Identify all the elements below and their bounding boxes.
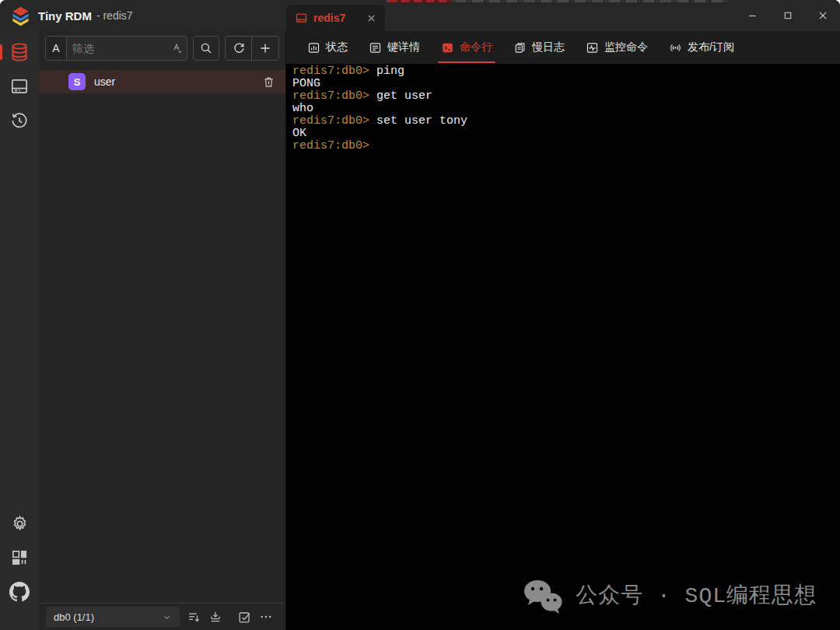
key-row-user[interactable]: S user: [39, 70, 285, 93]
cli-terminal[interactable]: redis7:db0> ping PONG redis7:db0> get us…: [286, 64, 840, 630]
search-icon: [199, 41, 213, 55]
checkbox-icon: [237, 610, 252, 625]
plus-icon: [258, 41, 272, 55]
import-keys-button[interactable]: [208, 610, 222, 624]
terminal-text: OK: [292, 127, 306, 140]
tab-pubsub[interactable]: 发布/订阅: [660, 31, 743, 64]
fuzzy-sort-icon[interactable]: [168, 37, 187, 60]
tab-status-label: 状态: [326, 40, 348, 54]
terminal-text: get user: [369, 89, 432, 103]
database-icon: [9, 42, 30, 62]
terminal-prompt: redis7:db0>: [292, 139, 369, 152]
db-selector-value: db0 (1/1): [54, 611, 94, 623]
tab-status[interactable]: 状态: [299, 31, 356, 64]
connection-tabs-bar: 状态 键详情: [286, 31, 840, 64]
import-icon: [208, 610, 222, 624]
watermark-text: 公众号 · SQL编程思想: [576, 590, 817, 603]
refresh-button[interactable]: [226, 37, 252, 60]
sidebar-item-settings[interactable]: [0, 512, 39, 535]
maximize-icon: [783, 11, 793, 20]
wechat-icon: [522, 579, 564, 614]
terminal-prompt: redis7:db0>: [292, 89, 369, 103]
history-icon: [9, 110, 30, 131]
app-window: Tiny RDM - redis7 redis7: [0, 0, 840, 630]
terminal-text: PONG: [292, 77, 320, 90]
github-icon: [9, 582, 30, 602]
terminal-text: ping: [369, 65, 404, 78]
delete-key-button[interactable]: [262, 75, 275, 89]
db-selector[interactable]: db0 (1/1): [46, 607, 180, 627]
sidebar-item-server[interactable]: [0, 75, 39, 98]
refresh-icon: [232, 41, 246, 55]
terminal-line: redis7:db0> set user tony: [292, 115, 834, 128]
titlebar: Tiny RDM - redis7 redis7: [0, 0, 840, 31]
ellipsis-icon: [259, 610, 273, 624]
terminal-line: redis7:db0>: [292, 140, 834, 152]
terminal-line: OK: [292, 128, 834, 140]
terminal-prompt: redis7:db0>: [292, 114, 369, 128]
terminal-monitor-icon: [295, 12, 308, 25]
match-case-button[interactable]: A: [46, 37, 67, 60]
tab-command-line-label: 命令行: [460, 40, 492, 54]
watermark: 公众号 · SQL编程思想: [522, 579, 817, 614]
apps-grid-icon: [10, 548, 29, 567]
tab-monitor-label: 监控命令: [604, 40, 648, 54]
tab-redis7[interactable]: redis7: [286, 5, 385, 31]
app-title: Tiny RDM: [38, 9, 92, 23]
main-area: 状态 键详情: [286, 31, 840, 630]
nav-sidebar: [0, 31, 39, 630]
add-key-button[interactable]: [252, 37, 278, 60]
close-icon[interactable]: [366, 13, 376, 23]
key-browser-panel: A: [39, 31, 286, 630]
trash-icon: [262, 75, 275, 89]
minimize-icon: [747, 11, 758, 21]
screenshot-artifact-red: [389, 0, 451, 2]
terminal-text: set user tony: [369, 114, 467, 128]
terminal-line: redis7:db0> get user: [292, 90, 834, 103]
status-icon: [307, 41, 320, 54]
filter-input[interactable]: [67, 37, 168, 60]
tab-slow-log[interactable]: 慢日志: [505, 31, 573, 64]
tab-key-detail[interactable]: 键详情: [360, 31, 429, 64]
database-toolbar: db0 (1/1): [39, 603, 285, 630]
terminal-line: redis7:db0> ping: [292, 65, 834, 78]
refresh-add-group: [225, 36, 279, 61]
tab-monitor[interactable]: 监控命令: [577, 31, 656, 64]
key-name: user: [94, 75, 115, 88]
chevron-down-icon: [162, 612, 172, 622]
key-tree: S user: [39, 65, 285, 603]
tab-command-line[interactable]: 命令行: [432, 31, 501, 64]
settings-gear-icon: [10, 514, 30, 534]
search-button[interactable]: [193, 36, 219, 61]
maximize-button[interactable]: [770, 0, 805, 31]
app-body: A: [0, 31, 840, 630]
tab-key-detail-label: 键详情: [387, 40, 420, 54]
filter-group: A: [45, 36, 187, 61]
terminal-prompt: redis7:db0>: [292, 65, 369, 78]
connection-subtitle: - redis7: [96, 9, 133, 22]
terminal-line: who: [292, 103, 834, 115]
sidebar-item-history[interactable]: [0, 109, 39, 132]
pubsub-icon: [669, 41, 682, 54]
more-actions-button[interactable]: [259, 610, 273, 624]
window-controls: [735, 0, 840, 31]
sidebar-item-github[interactable]: [0, 580, 39, 604]
close-icon: [817, 10, 828, 21]
terminal-line: PONG: [292, 78, 834, 90]
monitor-icon: [586, 41, 599, 54]
filter-toolbar: A: [39, 31, 285, 65]
sidebar-item-browser[interactable]: [0, 40, 39, 64]
terminal-text: who: [292, 102, 313, 115]
close-button[interactable]: [805, 0, 840, 31]
sidebar-bottom: [0, 512, 39, 630]
minimize-button[interactable]: [735, 0, 770, 31]
key-detail-icon: [369, 41, 382, 54]
type-badge-string: S: [68, 73, 86, 90]
sort-list-icon: [187, 610, 201, 625]
sort-keys-button[interactable]: [187, 610, 201, 625]
app-logo-icon: [10, 5, 31, 26]
multi-select-button[interactable]: [237, 610, 252, 625]
tab-label: redis7: [313, 12, 345, 24]
sidebar-item-extensions[interactable]: [0, 546, 39, 569]
server-icon: [9, 76, 30, 96]
